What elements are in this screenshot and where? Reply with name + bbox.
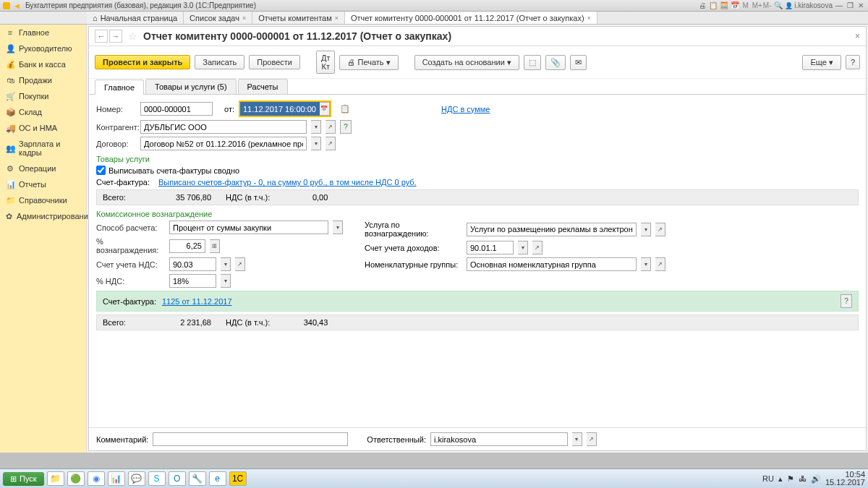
calc-icon[interactable]: 🧮 xyxy=(720,1,728,10)
contract-input[interactable] xyxy=(140,137,307,150)
taskbar-app2[interactable]: 📊 xyxy=(108,471,125,486)
m-icon[interactable]: M xyxy=(741,1,750,10)
cal-icon[interactable]: 📅 xyxy=(731,1,739,10)
m-minus-icon[interactable]: M- xyxy=(763,1,772,10)
close-tab-icon[interactable]: × xyxy=(335,14,339,22)
calculator-icon[interactable]: ⊞ xyxy=(210,239,220,253)
m-plus-icon[interactable]: M+ xyxy=(752,1,761,10)
calendar-icon[interactable]: 📅 xyxy=(320,102,330,116)
sidebar-item-operations[interactable]: ⚙Операции xyxy=(0,160,86,176)
back-button[interactable]: ← xyxy=(95,30,108,43)
taskbar-chrome[interactable]: ◉ xyxy=(88,471,105,486)
create-based-button[interactable]: Создать на основании ▾ xyxy=(414,55,519,70)
sidebar-item-main[interactable]: ≡Главное xyxy=(0,25,86,40)
copy-icon[interactable]: 📋 xyxy=(340,104,350,114)
open-icon[interactable]: ↗ xyxy=(655,257,665,271)
method-select[interactable] xyxy=(169,221,328,234)
tray-volume[interactable]: 🔊 xyxy=(811,474,821,484)
dropdown-icon[interactable]: ▾ xyxy=(311,137,321,150)
tray-icon[interactable]: ▴ xyxy=(778,474,783,484)
tab-reports[interactable]: Отчеты комитентам× xyxy=(252,12,345,24)
help-icon[interactable]: ? xyxy=(841,294,852,308)
invoice-summary-checkbox[interactable] xyxy=(96,166,106,175)
number-input[interactable] xyxy=(140,102,213,116)
taskbar-1c[interactable]: 1C xyxy=(229,471,247,486)
income-acc-input[interactable] xyxy=(467,241,514,254)
tab-tasks[interactable]: Список задач× xyxy=(184,12,252,24)
taskbar-app1[interactable]: 🟢 xyxy=(67,471,85,486)
clock-date[interactable]: 15.12.2017 xyxy=(825,479,865,487)
form-tab-calc[interactable]: Расчеты xyxy=(238,79,288,94)
close-doc-icon[interactable]: × xyxy=(855,31,860,41)
percent-input[interactable] xyxy=(169,239,205,253)
favorite-icon[interactable]: ☆ xyxy=(128,30,137,42)
tab-current-doc[interactable]: Отчет комитенту 0000-000001 от 11.12.201… xyxy=(345,12,597,24)
dropdown-icon[interactable]: ▾ xyxy=(333,221,343,234)
attach-icon[interactable]: 📎 xyxy=(545,55,566,70)
date-input[interactable] xyxy=(240,102,320,116)
invoice-link[interactable]: Выписано счетов-фактур - 0, на сумму 0 р… xyxy=(158,178,417,187)
open-icon[interactable]: ↗ xyxy=(326,120,336,134)
sidebar-item-bank[interactable]: 💰Банк и касса xyxy=(0,56,86,72)
sidebar-item-warehouse[interactable]: 📦Склад xyxy=(0,104,86,120)
sidebar-item-manager[interactable]: 👤Руководителю xyxy=(0,40,86,56)
close-tab-icon[interactable]: × xyxy=(587,14,591,22)
email-icon[interactable]: ✉ xyxy=(570,55,587,70)
search-icon[interactable]: 🔍 xyxy=(774,1,783,10)
responsible-input[interactable] xyxy=(430,432,568,446)
tray-network[interactable]: 🖧 xyxy=(799,474,807,483)
nds-link[interactable]: НДС в сумме xyxy=(441,105,490,114)
help-button[interactable]: ? xyxy=(846,55,860,69)
dropdown-icon[interactable]: ▾ xyxy=(518,241,528,254)
open-icon[interactable]: ↗ xyxy=(235,257,245,271)
sidebar-item-reports[interactable]: 📊Отчеты xyxy=(0,176,86,192)
close-tab-icon[interactable]: × xyxy=(242,14,246,22)
taskbar-skype[interactable]: S xyxy=(148,471,166,486)
taskbar-whatsapp[interactable]: 💬 xyxy=(128,471,145,486)
open-icon[interactable]: ↗ xyxy=(655,223,665,236)
write-button[interactable]: Записать xyxy=(195,55,244,69)
dropdown-icon[interactable]: ▾ xyxy=(641,257,651,271)
debit-credit-button[interactable]: ДтКт xyxy=(316,51,336,74)
sidebar-item-purchases[interactable]: 🛒Покупки xyxy=(0,88,86,104)
tool-icon[interactable]: 📋 xyxy=(709,1,718,10)
tab-home[interactable]: ⌂Начальная страница xyxy=(87,12,184,24)
counterparty-input[interactable] xyxy=(140,120,307,134)
taskbar-app3[interactable]: 🔧 xyxy=(189,471,206,486)
open-icon[interactable]: ↗ xyxy=(326,137,336,150)
forward-button[interactable]: → xyxy=(109,30,122,43)
nomencl-input[interactable] xyxy=(467,257,637,271)
invoice2-link[interactable]: 1125 от 11.12.2017 xyxy=(162,297,232,306)
sidebar-item-assets[interactable]: 🚚ОС и НМА xyxy=(0,120,86,136)
open-icon[interactable]: ↗ xyxy=(587,432,597,446)
close-icon[interactable]: ✕ xyxy=(856,1,865,10)
tray-flag[interactable]: ⚑ xyxy=(787,474,794,484)
comment-input[interactable] xyxy=(153,432,348,446)
post-close-button[interactable]: Провести и закрыть xyxy=(95,55,190,69)
help-icon[interactable]: ? xyxy=(340,120,352,134)
start-button[interactable]: ⊞ Пуск xyxy=(3,472,44,486)
dropdown-icon[interactable]: ▾ xyxy=(572,432,582,446)
sidebar-item-catalogs[interactable]: 📁Справочники xyxy=(0,192,86,208)
sidebar-item-sales[interactable]: 🛍Продажи xyxy=(0,72,86,88)
minimize-icon[interactable]: — xyxy=(835,1,843,10)
open-icon[interactable]: ↗ xyxy=(532,241,542,254)
print-button[interactable]: 🖨 Печать ▾ xyxy=(339,55,398,70)
dropdown-icon[interactable]: ▾ xyxy=(221,274,231,288)
taskbar-outlook[interactable]: O xyxy=(169,471,186,486)
more-button[interactable]: Еще ▾ xyxy=(802,55,841,70)
taskbar-explorer[interactable]: 📁 xyxy=(47,471,64,486)
dropdown-icon[interactable]: ▾ xyxy=(221,257,231,271)
form-tab-main[interactable]: Главное xyxy=(95,80,144,95)
back-icon[interactable]: ◄ xyxy=(13,1,21,10)
sidebar-item-admin[interactable]: ✿Администрирование xyxy=(0,208,86,224)
nds-pct-select[interactable] xyxy=(169,274,216,288)
service-input[interactable] xyxy=(467,223,637,236)
structure-icon[interactable]: ⬚ xyxy=(524,55,541,70)
form-tab-goods[interactable]: Товары и услуги (5) xyxy=(145,79,237,94)
print-icon[interactable]: 🖨 xyxy=(698,1,707,10)
taskbar-ie[interactable]: e xyxy=(209,471,226,486)
dropdown-icon[interactable]: ▾ xyxy=(641,223,651,236)
maximize-icon[interactable]: ❐ xyxy=(846,1,854,10)
sidebar-item-hr[interactable]: 👥Зарплата и кадры xyxy=(0,136,86,160)
